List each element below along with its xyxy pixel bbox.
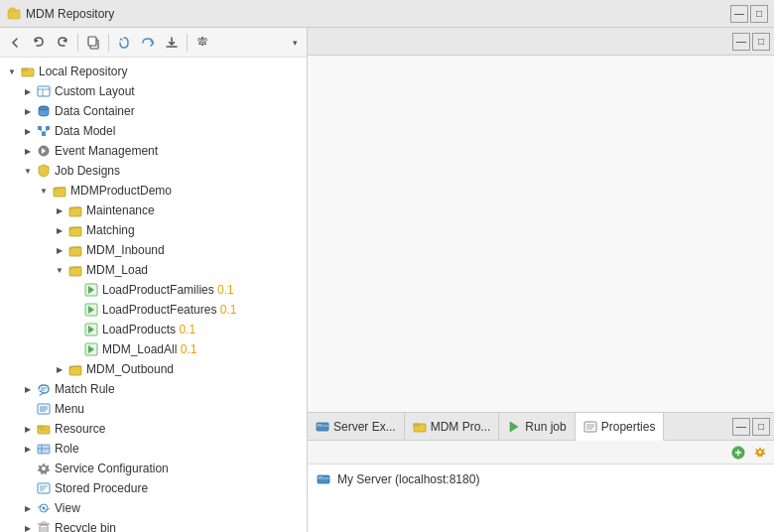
right-top-header: — □ [308,28,774,56]
svg-rect-61 [414,424,419,426]
tree-item-role[interactable]: ▶ Role [0,439,307,459]
tree-item-load-product-features[interactable]: ▶ LoadProductFeatures 0.1 [0,300,307,320]
toggle-role[interactable]: ▶ [20,441,36,457]
toolbar-btn-undo[interactable] [28,32,50,54]
toolbar-btn-settings[interactable] [192,32,213,54]
settings-server-button[interactable] [750,443,770,463]
svg-rect-13 [46,126,50,130]
tree-item-maintenance[interactable]: ▶ Maintenance [0,200,307,220]
toolbar-btn-back[interactable] [4,32,26,54]
svg-rect-3 [88,37,96,46]
right-panel: — □ Server Ex... MDM Pro... [308,28,774,532]
tree-item-view[interactable]: ▶ View [0,498,307,518]
toolbar-btn-download[interactable] [161,32,183,54]
tree-item-service-configuration[interactable]: ▶ Service Configuration [0,459,307,478]
bottom-minimize-btn[interactable]: — [732,418,750,436]
tree-item-matching[interactable]: ▶ Matching [0,220,307,240]
toggle-data-model[interactable]: ▶ [20,123,36,139]
tree-item-match-rule[interactable]: ▶ Match Rule [0,379,307,399]
toggle-job-designs[interactable]: ▼ [20,163,36,179]
right-maximize-button[interactable]: □ [752,33,770,51]
tree-item-local-repo[interactable]: ▼ Local Repository [0,62,307,81]
svg-rect-39 [38,426,43,428]
toolbar-dropdown[interactable]: ▾ [287,32,303,54]
icon-load-product-features [83,302,99,318]
tree-item-mdm-product-demo[interactable]: ▼ MDMProductDemo [0,181,307,200]
svg-rect-52 [42,522,46,524]
label-recycle-bin: Recycle bin [55,521,116,532]
tab-mdm-pro[interactable]: MDM Pro... [405,413,500,440]
icon-stored-procedure [36,480,52,496]
left-panel: ▾ ▼ Local Repository ▶ Custom Layout [0,28,308,532]
toggle-view[interactable]: ▶ [20,500,36,516]
tree-item-mdm-loadall[interactable]: ▶ MDM_LoadAll 0.1 [0,339,307,359]
window-title: MDM Repository [26,7,726,21]
toggle-mdm-outbound[interactable]: ▶ [52,361,67,377]
label-role: Role [55,442,79,456]
label-load-product-features: LoadProductFeatures 0.1 [102,303,236,317]
tree-item-mdm-outbound[interactable]: ▶ MDM_Outbound [0,359,307,379]
toggle-mdm-load[interactable]: ▼ [52,262,67,278]
maximize-button[interactable]: □ [750,5,768,23]
tree-item-data-container[interactable]: ▶ Data Container [0,101,307,121]
toggle-custom-layout[interactable]: ▶ [20,83,36,99]
svg-rect-14 [42,132,46,136]
app-icon [6,6,22,22]
label-local-repo: Local Repository [39,65,127,78]
toolbar-btn-copy[interactable] [82,32,104,54]
mdm-pro-icon [413,420,427,434]
tree-item-mdm-inbound[interactable]: ▶ MDM_Inbound [0,240,307,260]
icon-local-repo [20,64,36,79]
minimize-button[interactable]: — [730,5,748,23]
tree-item-mdm-load[interactable]: ▼ MDM_Load [0,260,307,280]
tree-item-recycle-bin[interactable]: ▶ Recycle bin [0,518,307,532]
bottom-maximize-btn[interactable]: □ [752,418,770,436]
svg-line-15 [40,130,44,132]
right-minimize-button[interactable]: — [732,33,750,51]
server-explorer-icon [316,420,329,434]
toggle-data-container[interactable]: ▶ [20,103,36,119]
properties-icon [583,420,597,434]
toggle-mdm-product-demo[interactable]: ▼ [36,183,52,199]
tab-label-server-explorer: Server Ex... [333,420,396,434]
toolbar-btn-refresh1[interactable] [113,32,135,54]
toggle-local-repo[interactable]: ▼ [4,64,20,79]
toggle-recycle-bin[interactable]: ▶ [20,520,36,532]
toggle-event-management[interactable]: ▶ [20,143,36,159]
tree-item-stored-procedure[interactable]: ▶ Stored Procedure [0,478,307,498]
tree-item-custom-layout[interactable]: ▶ Custom Layout [0,81,307,101]
tree-item-job-designs[interactable]: ▼ Job Designs [0,161,307,181]
tree-item-resource[interactable]: ▶ Resource [0,419,307,439]
tree-item-menu[interactable]: ▶ Menu [0,399,307,419]
tab-run-job[interactable]: Run job [499,413,575,440]
svg-point-70 [758,450,762,454]
icon-data-container [36,103,52,119]
tree-item-load-product-families[interactable]: ▶ LoadProductFamilies 0.1 [0,280,307,300]
toggle-resource[interactable]: ▶ [20,421,36,437]
toolbar-btn-redo[interactable] [52,32,73,54]
toggle-matching[interactable]: ▶ [52,222,67,238]
svg-rect-1 [10,8,15,11]
icon-maintenance [67,202,83,218]
label-service-configuration: Service Configuration [55,462,169,475]
tree-item-event-management[interactable]: ▶ Event Management [0,141,307,161]
tab-properties[interactable]: Properties [576,413,665,441]
icon-service-configuration [36,461,52,476]
toggle-maintenance[interactable]: ▶ [52,202,67,218]
tab-server-explorer[interactable]: Server Ex... [308,413,405,440]
tab-label-properties: Properties [601,420,656,434]
toggle-mdm-inbound[interactable]: ▶ [52,242,67,258]
label-menu: Menu [55,402,84,416]
right-content-area [308,56,774,413]
tree-item-data-model[interactable]: ▶ Data Model [0,121,307,141]
repository-tree: ▼ Local Repository ▶ Custom Layout ▶ [0,58,307,532]
icon-load-products [83,322,99,337]
add-server-button[interactable] [728,443,748,463]
toggle-match-rule[interactable]: ▶ [20,381,36,397]
server-item-my-server[interactable]: My Server (localhost:8180) [316,468,766,490]
tab-label-mdm-pro: MDM Pro... [431,420,491,434]
toolbar-btn-refresh2[interactable] [137,32,159,54]
label-matching: Matching [86,223,135,237]
tree-item-load-products[interactable]: ▶ LoadProducts 0.1 [0,320,307,339]
bottom-controls: — □ [728,413,774,440]
